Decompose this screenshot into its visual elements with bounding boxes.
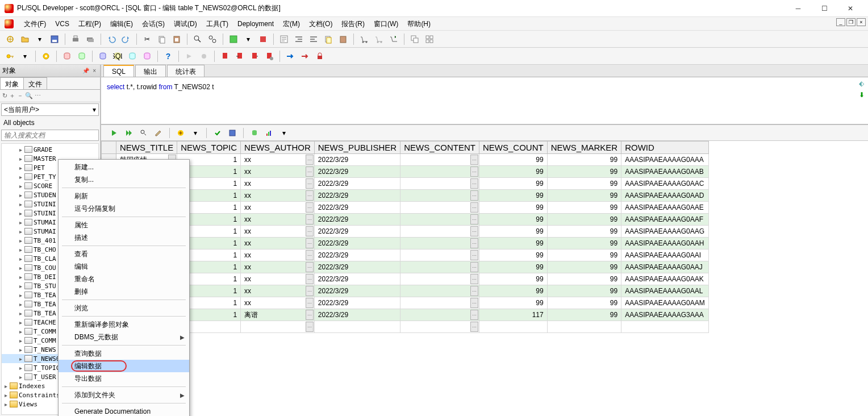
lock-icon[interactable] (313, 49, 327, 63)
windows-icon[interactable] (408, 32, 422, 46)
close-button[interactable]: ✕ (837, 0, 863, 17)
tile-icon[interactable] (423, 32, 436, 46)
bk3-icon[interactable] (248, 49, 261, 63)
ctx-查看[interactable]: 查看 (59, 248, 189, 260)
col-ROWID[interactable]: ROWID (621, 142, 709, 154)
add-row-icon[interactable] (174, 127, 187, 139)
bk2-icon[interactable] (233, 49, 247, 63)
menu-窗口(W)[interactable]: 窗口(W) (369, 17, 403, 31)
cell-ellipsis-icon[interactable]: ⋯ (306, 298, 314, 308)
new-icon[interactable] (3, 32, 17, 46)
ctx-重新编译参照对象[interactable]: 重新编译参照对象 (59, 318, 189, 331)
cell-ellipsis-icon[interactable]: ⋯ (306, 178, 314, 189)
tree-item-GRADE[interactable]: ▸GRADE (2, 145, 98, 154)
menu-Deployment[interactable]: Deployment (233, 17, 278, 31)
col-NEWS_MARKER[interactable]: NEWS_MARKER (547, 142, 621, 154)
ctx-DBMS_元数据[interactable]: DBMS_元数据▶ (59, 331, 189, 343)
find2-icon[interactable]: 🔍 (25, 92, 33, 99)
bk1-icon[interactable] (218, 49, 232, 63)
table-row[interactable]: 国内疫情⋯1xx⋯2022/3/29⋯9999AAASIPAAEAAAAG0AA… (102, 249, 709, 261)
undo-icon[interactable] (105, 32, 118, 46)
ctx-编辑数据[interactable]: 编辑数据 (59, 360, 189, 372)
cell-ellipsis-icon[interactable]: ⋯ (306, 202, 314, 213)
db4-icon[interactable]: SQL (111, 49, 124, 63)
ctx-导出数据[interactable]: 导出数据 (59, 372, 189, 385)
col-NEWS_COUNT[interactable]: NEWS_COUNT (479, 142, 548, 154)
pin-icon[interactable]: 📌 (81, 68, 91, 74)
col-NEWS_PUBLISHER[interactable]: NEWS_PUBLISHER (314, 142, 400, 154)
copy-icon[interactable] (155, 32, 169, 46)
browser-tab-文件[interactable]: 文件 (23, 77, 47, 89)
table-row[interactable]: 美国疫情⋯1离谱⋯2022/3/29⋯11799AAASIPAAEAAAAG3A… (102, 309, 709, 321)
cell-ellipsis-icon[interactable]: ⋯ (306, 155, 314, 165)
cell-ellipsis-icon[interactable]: ⋯ (470, 274, 478, 284)
mdi-restore[interactable]: ❐ (846, 18, 856, 26)
cell-ellipsis-icon[interactable]: ⋯ (470, 250, 478, 260)
export-icon[interactable] (248, 127, 261, 139)
cell-ellipsis-icon[interactable]: ⋯ (306, 226, 314, 236)
menu-宏(M)[interactable]: 宏(M) (278, 17, 304, 31)
indent-icon[interactable] (292, 32, 306, 46)
cell-ellipsis-icon[interactable]: ⋯ (470, 286, 478, 296)
open-icon[interactable] (18, 32, 32, 46)
minimize-button[interactable]: ─ (785, 0, 811, 17)
cell-ellipsis-icon[interactable]: ⋯ (470, 178, 478, 189)
db5-icon[interactable] (126, 49, 139, 63)
ctx-刷新[interactable]: 刷新 (59, 190, 189, 202)
table-row[interactable]: 韩国疫情⋯1xx⋯2022/3/29⋯9999AAASIPAAEAAAAG0AA… (102, 154, 709, 166)
cell-ellipsis-icon[interactable]: ⋯ (306, 250, 314, 260)
key-icon[interactable] (3, 49, 17, 63)
drop-icon[interactable]: ▾ (189, 127, 202, 139)
redo-icon[interactable] (119, 32, 133, 46)
cell-ellipsis-icon[interactable]: ⋯ (306, 286, 314, 296)
mdi-minimize[interactable]: _ (836, 18, 845, 26)
filter-icon[interactable]: ⋯ (35, 92, 41, 99)
db2-icon[interactable] (75, 49, 89, 63)
plus-icon[interactable]: ＋ (9, 91, 15, 100)
db3-icon[interactable] (96, 49, 110, 63)
menu-帮助(H)[interactable]: 帮助(H) (403, 17, 435, 31)
table-row[interactable]: 上海疫情⋯1xx⋯2022/3/29⋯9999AAASIPAAEAAAAG0AA… (102, 166, 709, 178)
menu-文件(F)[interactable]: 文件(F) (19, 17, 51, 31)
menu-调试(D)[interactable]: 调试(D) (169, 17, 202, 31)
bk4-icon[interactable] (262, 49, 276, 63)
cell-ellipsis-icon[interactable]: ⋯ (470, 167, 478, 177)
cart2-icon[interactable] (372, 32, 386, 46)
mdi-close[interactable]: × (857, 18, 866, 26)
table-row[interactable]: 国内疫情⋯1xx⋯2022/3/29⋯9999AAASIPAAEAAAAG0AA… (102, 226, 709, 238)
ctx-删掉[interactable]: 删掉 (59, 285, 189, 298)
gear-icon[interactable] (39, 49, 53, 63)
stop-icon[interactable] (256, 32, 270, 46)
menu-报告(R)[interactable]: 报告(R) (337, 17, 369, 31)
cart1-icon[interactable] (357, 32, 371, 46)
menu-会话(S)[interactable]: 会话(S) (137, 17, 169, 31)
table-row[interactable]: 国内疫情⋯1xx⋯2022/3/29⋯9999AAASIPAAEAAAAG0AA… (102, 202, 709, 214)
cell-ellipsis-icon[interactable]: ⋯ (470, 226, 478, 236)
ctx-Generate Documentation[interactable]: Generate Documentation (59, 405, 189, 416)
menu-工具(T)[interactable]: 工具(T) (202, 17, 233, 31)
ctx-编辑[interactable]: 编辑 (59, 260, 189, 273)
save2-icon[interactable] (226, 127, 239, 139)
menu-工程(P)[interactable]: 工程(P) (74, 17, 106, 31)
save-icon[interactable] (48, 32, 61, 46)
edit2-icon[interactable] (152, 127, 165, 139)
ctx-复制...[interactable]: 复制... (59, 173, 189, 186)
cell-ellipsis-icon[interactable]: ⋯ (306, 310, 314, 320)
step1-icon[interactable] (182, 49, 196, 63)
paste-icon[interactable] (170, 32, 183, 46)
ctx-描述[interactable]: 描述 (59, 231, 189, 244)
cell-ellipsis-icon[interactable]: ⋯ (470, 238, 478, 248)
cell-ellipsis-icon[interactable]: ⋯ (306, 214, 314, 224)
paste2-icon[interactable] (336, 32, 350, 46)
sql-editor[interactable]: select t.*, t.rowid from T_NEWS02 t ⬖ ⬇ (101, 77, 868, 125)
table-row[interactable]: 美国疫情⋯1xx⋯2022/3/29⋯9999AAASIPAAEAAAAG0AA… (102, 238, 709, 249)
maximize-button[interactable]: ☐ (811, 0, 837, 17)
doc-tab-统计表[interactable]: 统计表 (167, 65, 205, 77)
drop2-icon[interactable]: ▾ (278, 127, 290, 139)
arr1-icon[interactable] (283, 49, 297, 63)
ctx-重命名[interactable]: 重命名 (59, 273, 189, 285)
menu-文档(O)[interactable]: 文档(O) (304, 17, 337, 31)
ctx-添加到文件夹[interactable]: 添加到文件夹▶ (59, 389, 189, 401)
col-NEWS_TOPIC[interactable]: NEWS_TOPIC (177, 142, 241, 154)
menu-VCS[interactable]: VCS (51, 17, 74, 31)
